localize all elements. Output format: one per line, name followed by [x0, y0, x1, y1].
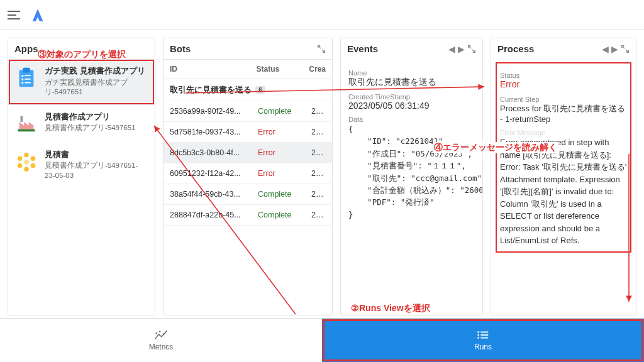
svg-point-14	[18, 156, 23, 161]
events-panel: Events ◀ ▶ Name 取引先に見積書を送る Created TimeS…	[340, 38, 483, 315]
bot-row[interactable]: 8dc5b3c3-0b80-4f...Error2023	[164, 143, 332, 163]
process-prev-icon[interactable]: ◀	[602, 44, 609, 54]
app-item-sub: 見積書作成アプリ-5497651	[45, 123, 136, 133]
svg-rect-0	[19, 70, 34, 87]
bots-col-id[interactable]: ID	[164, 60, 250, 79]
events-next-icon[interactable]: ▶	[458, 44, 465, 54]
svg-rect-5	[25, 79, 31, 80]
bots-group-count: 6	[255, 86, 265, 94]
svg-rect-4	[21, 79, 23, 80]
app-item-sub: 見積書作成アプリ-5497651-23-05-03	[45, 161, 148, 180]
bot-status: Complete	[252, 184, 305, 204]
process-step: Process for 取引先に見積書を送る - 1-returnStep	[500, 103, 627, 124]
svg-point-16	[155, 332, 157, 334]
apps-title: Apps	[14, 43, 38, 54]
events-ts: 2023/05/05 06:31:49	[348, 101, 475, 111]
bot-row[interactable]: 60951232-f12a-42...Error2023	[164, 163, 332, 184]
expand-icon[interactable]	[317, 45, 326, 53]
tab-metrics[interactable]: Metrics	[0, 319, 322, 362]
svg-rect-6	[21, 82, 23, 84]
bots-columns: ID Status Crea	[164, 59, 332, 79]
svg-rect-8	[21, 116, 23, 122]
events-data: { "ID": "c2261041", "作成日": "05/05/2023",…	[348, 123, 475, 221]
bot-id: 5d7581fe-0937-43...	[164, 122, 252, 142]
app-item[interactable]: 見積書作成アプリ 見積書作成アプリ-5497651	[8, 105, 155, 143]
svg-rect-20	[480, 332, 488, 333]
panels-row: Apps ガチ実践 見積書作成アプリ ガチ実践見積書作成アプリ-5497651 …	[0, 30, 644, 318]
bot-status: Error	[252, 143, 305, 163]
svg-rect-7	[25, 82, 31, 84]
bot-row[interactable]: 38a54f44-59cb-43...Complete2023	[164, 184, 332, 205]
bot-id: 60951232-f12a-42...	[164, 163, 252, 184]
bots-group-label: 取引先に見積書を送る	[170, 84, 252, 96]
tab-runs[interactable]: Runs	[322, 319, 644, 362]
svg-point-10	[31, 156, 36, 161]
metrics-icon	[154, 329, 168, 341]
svg-point-9	[24, 152, 29, 157]
tab-metrics-label: Metrics	[149, 343, 174, 351]
bot-created: 2023	[305, 143, 332, 163]
bot-status: Complete	[252, 205, 305, 225]
svg-point-12	[24, 167, 29, 172]
bot-status: Error	[252, 163, 305, 184]
apps-list: ガチ実践 見積書作成アプリ ガチ実践見積書作成アプリ-5497651 見積書作成…	[8, 59, 155, 315]
svg-point-18	[163, 333, 164, 334]
svg-rect-2	[21, 75, 23, 77]
bot-created: 2023	[305, 122, 332, 142]
bot-row[interactable]: 288847df-a22b-45...Complete2023	[164, 205, 332, 226]
bottom-tabs: Metrics Runs	[0, 318, 644, 362]
app-item-selected[interactable]: ガチ実践 見積書作成アプリ ガチ実践見積書作成アプリ-5497651	[8, 59, 155, 105]
svg-point-19	[477, 331, 479, 333]
annotation-step2: ②Runs Viewを選択	[351, 303, 430, 314]
app-item-title: ガチ実践 見積書作成アプリ	[45, 65, 148, 77]
svg-point-17	[159, 331, 160, 332]
process-msg-label: Error Message	[500, 129, 627, 136]
bot-id: 8dc5b3c3-0b80-4f...	[164, 143, 252, 163]
events-name-label: Name	[348, 69, 475, 77]
bot-row[interactable]: 5d7581fe-0937-43...Error2023	[164, 122, 332, 143]
process-next-icon[interactable]: ▶	[611, 44, 618, 54]
svg-point-13	[18, 163, 23, 168]
svg-point-15	[24, 160, 29, 165]
tab-runs-label: Runs	[474, 343, 492, 351]
bot-created: 2023	[305, 184, 332, 204]
events-name: 取引先に見積書を送る	[348, 77, 475, 88]
app-item[interactable]: 見積書 見積書作成アプリ-5497651-23-05-03	[8, 143, 155, 189]
factory-icon	[14, 111, 38, 135]
bots-group[interactable]: 取引先に見積書を送る 6	[164, 79, 332, 101]
expand-icon[interactable]	[467, 45, 476, 53]
app-item-title: 見積書	[45, 149, 148, 160]
top-bar	[0, 0, 644, 30]
process-status: Error	[500, 79, 627, 89]
bot-row[interactable]: 2536a99a-90f2-49...Complete2023	[164, 101, 332, 122]
events-prev-icon[interactable]: ◀	[448, 44, 455, 54]
bot-created: 2023	[305, 163, 332, 184]
events-title: Events	[347, 43, 378, 54]
svg-point-11	[31, 163, 36, 168]
circles-icon	[14, 149, 38, 173]
svg-rect-24	[480, 337, 488, 339]
process-step-label: Current Step	[500, 96, 627, 103]
process-title: Process	[497, 43, 534, 54]
process-panel: Process ◀ ▶ Status Error Current Step Pr…	[491, 38, 636, 315]
events-ts-label: Created TimeStamp	[348, 93, 475, 101]
bots-title: Bots	[170, 43, 191, 54]
list-icon	[476, 329, 490, 341]
bot-id: 288847df-a22b-45...	[164, 205, 252, 225]
bot-created: 2023	[305, 101, 332, 121]
expand-icon[interactable]	[621, 45, 630, 53]
svg-point-21	[477, 334, 479, 336]
svg-rect-1	[23, 68, 30, 73]
bot-id: 2536a99a-90f2-49...	[164, 101, 252, 121]
bots-panel: Bots ID Status Crea 取引先に見積書を送る 6 2536a99…	[163, 38, 333, 315]
bot-created: 2023	[305, 205, 332, 225]
bots-col-created[interactable]: Crea	[303, 60, 332, 79]
clipboard-icon	[14, 65, 38, 89]
svg-point-23	[477, 337, 479, 339]
apps-panel: Apps ガチ実践 見積書作成アプリ ガチ実践見積書作成アプリ-5497651 …	[8, 38, 155, 315]
app-item-sub: ガチ実践見積書作成アプリ-5497651	[45, 78, 148, 97]
menu-icon[interactable]	[8, 11, 20, 19]
svg-rect-3	[25, 75, 31, 76]
bots-col-status[interactable]: Status	[250, 60, 303, 79]
app-item-title: 見積書作成アプリ	[45, 111, 136, 123]
